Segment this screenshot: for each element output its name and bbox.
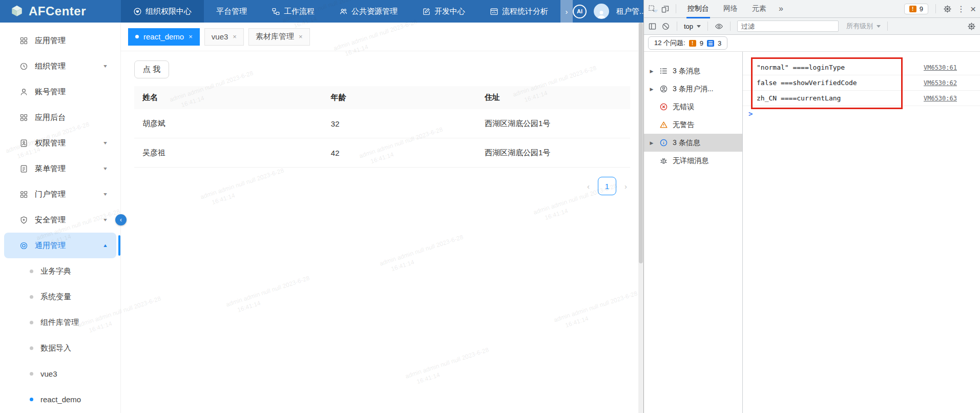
source-link[interactable]: VM6530:61 — [924, 64, 957, 71]
sidebar-item-app-backend[interactable]: 应用后台 — [4, 105, 116, 130]
console-settings-gear-icon[interactable] — [967, 22, 976, 31]
sidebar-item-org-mgmt[interactable]: 组织管理▼ — [4, 53, 116, 79]
tab-bar: react_demo × vue3 × 素材库管理 × — [121, 23, 643, 51]
divider — [707, 22, 708, 31]
afcenter-logo-icon — [10, 4, 24, 19]
click-me-button[interactable]: 点 我 — [134, 60, 169, 78]
source-link[interactable]: VM6530:62 — [924, 79, 957, 87]
tab-material-lib[interactable]: 素材库管理 × — [248, 28, 310, 46]
edit-square-icon — [422, 7, 431, 16]
close-icon[interactable]: × — [299, 33, 303, 40]
sidebar-item-menu-mgmt[interactable]: 菜单管理▼ — [4, 156, 116, 181]
issue-warning-icon: ! — [909, 6, 916, 12]
close-devtools-icon[interactable]: × — [970, 4, 976, 14]
app-logo[interactable]: AFCenter — [0, 0, 121, 23]
devtools-panel: 控制台 网络 元素 » ! 9 ⋮ × top — [643, 0, 980, 413]
scrollbar-thumb[interactable] — [639, 23, 643, 263]
console-sidebar-toggle-icon[interactable] — [648, 22, 657, 31]
grid-icon — [19, 36, 28, 45]
close-icon[interactable]: × — [233, 33, 237, 40]
bug-icon — [659, 156, 668, 166]
console-filter-warnings[interactable]: 无警告 — [644, 116, 742, 134]
avatar[interactable] — [594, 4, 609, 19]
sidebar-item-app-mgmt[interactable]: 应用管理 — [4, 28, 116, 53]
log-levels-dropdown[interactable]: 所有级别 — [846, 22, 881, 31]
kebab-menu-icon[interactable]: ⋮ — [957, 4, 965, 14]
console-filter-input[interactable] — [737, 20, 839, 32]
expand-triangle-icon[interactable]: ▶ — [649, 140, 654, 146]
header-right: AI 租户管... — [573, 0, 665, 23]
prev-page-arrow[interactable]: ‹ — [587, 182, 590, 191]
next-page-arrow[interactable]: › — [624, 182, 627, 191]
nav-item-org-permission-center[interactable]: 组织权限中心 — [121, 0, 204, 23]
tab-vue3[interactable]: vue3 × — [204, 28, 244, 46]
people-icon — [339, 7, 348, 16]
ai-assistant-button[interactable]: AI — [573, 5, 587, 18]
devtools-tab-network[interactable]: 网络 — [718, 0, 743, 18]
settings-gear-icon[interactable] — [943, 5, 952, 13]
sidebar-item-portal-mgmt[interactable]: 门户管理▼ — [4, 181, 116, 207]
console-filter-info[interactable]: ▶ 3 条信息 — [644, 134, 742, 152]
info-circle-icon — [659, 138, 668, 148]
col-header-age: 年龄 — [323, 93, 476, 102]
sidebar-item-permission-mgmt[interactable]: 权限管理▼ — [4, 130, 116, 156]
sidebar: 应用管理 组织管理▼ 账号管理 应用后台 权限管理▼ 菜单管理▼ — [0, 23, 121, 413]
nav-item-public-resources[interactable]: 公共资源管理 — [327, 0, 410, 23]
sidebar-subitem-data-import[interactable]: 数据导入 — [0, 335, 120, 361]
tab-react-demo[interactable]: react_demo × — [128, 28, 200, 46]
issues-summary-button[interactable]: 12 个问题: ! 9 ☰ 3 — [648, 36, 727, 50]
issues-bar: 12 个问题: ! 9 ☰ 3 — [644, 35, 980, 52]
sidebar-subitem-vue3[interactable]: vue3 — [0, 361, 120, 386]
console-filter-all-messages[interactable]: ▶ 3 条消息 — [644, 62, 742, 80]
chart-calendar-icon — [490, 7, 498, 16]
sidebar-subitem-react-demo[interactable]: react_demo — [0, 386, 120, 412]
error-circle-icon — [659, 102, 668, 112]
nav-item-platform-mgmt[interactable]: 平台管理 — [204, 0, 259, 23]
source-link[interactable]: VM6530:63 — [924, 95, 957, 102]
page-number-button[interactable]: 1 — [598, 177, 616, 195]
console-content: ▶ 3 条消息 ▶ 3 条用户消... 无错误 无警告 ▶ — [644, 52, 980, 413]
more-tabs-icon[interactable]: » — [776, 4, 786, 13]
sidebar-item-security-mgmt[interactable]: 安全管理▼ — [4, 207, 116, 233]
console-filter-errors[interactable]: 无错误 — [644, 98, 742, 116]
sidebar-subitem-system-vars[interactable]: 系统变量 — [0, 284, 120, 309]
chevron-down-icon: ▼ — [102, 64, 108, 69]
tenant-name[interactable]: 租户管... — [616, 7, 646, 16]
live-expression-eye-icon[interactable] — [715, 22, 723, 31]
table-header: 姓名 年龄 住址 — [134, 86, 630, 109]
person-icon — [596, 9, 607, 19]
clear-console-icon[interactable] — [661, 22, 670, 31]
console-filter-verbose[interactable]: 无详细消息 — [644, 152, 742, 170]
chevron-down-icon[interactable] — [653, 10, 658, 13]
console-prompt[interactable]: > — [748, 110, 980, 118]
list-icon — [659, 67, 668, 76]
cell-age: 42 — [323, 149, 476, 157]
sidebar-collapse-button[interactable]: ‹ — [115, 214, 127, 225]
nav-item-workflow[interactable]: 工作流程 — [259, 0, 327, 23]
bullet-dot-icon — [30, 346, 33, 350]
chevron-down-icon: ▼ — [102, 217, 108, 222]
sidebar-item-account-mgmt[interactable]: 账号管理 — [4, 79, 116, 105]
expand-triangle-icon[interactable]: ▶ — [649, 87, 654, 92]
context-selector[interactable]: top — [684, 23, 701, 30]
expand-triangle-icon[interactable]: ▶ — [649, 69, 654, 74]
app-scrollbar[interactable] — [638, 23, 643, 413]
nav-overflow-arrow[interactable]: › — [560, 0, 573, 23]
sidebar-item-general-mgmt[interactable]: 通用管理▲ — [4, 233, 116, 258]
divider — [935, 4, 936, 13]
top-nav: 组织权限中心 平台管理 工作流程 公共资源管理 开发中心 流程统计分析 › — [121, 0, 573, 23]
console-messages: "normal" ====loginType VM6530:61 false =… — [743, 52, 980, 413]
nav-item-process-stats[interactable]: 流程统计分析 — [477, 0, 560, 23]
console-filter-user-messages[interactable]: ▶ 3 条用户消... — [644, 80, 742, 98]
nav-item-dev-center[interactable]: 开发中心 — [410, 0, 477, 23]
sidebar-subitem-component-lib[interactable]: 组件库管理 — [0, 309, 120, 335]
close-icon[interactable]: × — [189, 33, 193, 40]
console-message: zh_CN ====currentLang VM6530:63 — [743, 91, 980, 106]
sidebar-subitem-business-dict[interactable]: 业务字典 — [0, 258, 120, 284]
devtools-tab-console[interactable]: 控制台 — [682, 0, 714, 18]
devtools-tab-elements[interactable]: 元素 — [747, 0, 772, 18]
divider — [887, 22, 888, 31]
issues-counter-button[interactable]: ! 9 — [904, 4, 928, 14]
grid-icon — [19, 113, 28, 122]
afcenter-app: AFCenter 组织权限中心 平台管理 工作流程 公共资源管理 开发中心 — [0, 0, 643, 413]
